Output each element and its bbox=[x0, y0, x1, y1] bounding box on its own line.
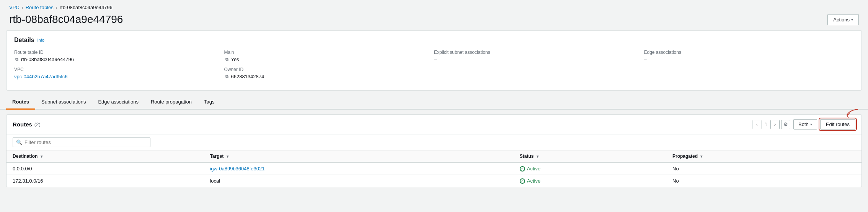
sort-target-icon[interactable]: ▾ bbox=[227, 154, 228, 159]
details-card: Details Info Route table ID ⧉ rtb-08baf8… bbox=[6, 30, 862, 91]
breadcrumb: VPC › Route tables › rtb-08baf8c04a9e447… bbox=[0, 0, 868, 12]
tab-route-propagation[interactable]: Route propagation bbox=[145, 95, 198, 110]
routes-section: Routes (2) ‹ 1 › ⚙ Both bbox=[6, 114, 862, 187]
explicit-subnet-label: Explicit subnet associations bbox=[434, 50, 638, 55]
copy-icon-route-id[interactable]: ⧉ bbox=[14, 57, 20, 62]
routes-title: Routes bbox=[13, 121, 32, 128]
row2-status: Active bbox=[514, 175, 666, 187]
col-status-label: Status bbox=[520, 154, 534, 159]
row2-target-text: local bbox=[210, 178, 220, 184]
tab-tags[interactable]: Tags bbox=[198, 95, 220, 110]
row1-destination-text: 0.0.0.0/0 bbox=[13, 166, 32, 172]
edge-assoc-dash: – bbox=[644, 57, 647, 62]
both-label: Both bbox=[798, 121, 809, 127]
row1-status: Active bbox=[514, 162, 666, 175]
col-destination: Destination ▾ bbox=[7, 151, 204, 162]
page-next-button[interactable]: › bbox=[770, 120, 780, 129]
edit-routes-wrapper: Edit routes bbox=[820, 119, 855, 129]
route-table-id-value: ⧉ rtb-08baf8c04a9e44796 bbox=[14, 57, 218, 62]
row2-destination-text: 172.31.0.0/16 bbox=[13, 178, 43, 184]
explicit-subnet-value: – bbox=[434, 57, 638, 62]
filter-input-wrapper[interactable]: 🔍 bbox=[13, 138, 150, 147]
edge-assoc-label: Edge associations bbox=[644, 50, 848, 55]
row2-status-dot bbox=[520, 178, 525, 184]
edit-routes-button[interactable]: Edit routes bbox=[820, 119, 855, 129]
page-number: 1 bbox=[763, 121, 769, 127]
page-prev-button[interactable]: ‹ bbox=[752, 120, 762, 129]
pagination-bar-inline: ‹ 1 › ⚙ bbox=[752, 120, 790, 129]
main-label: Main bbox=[224, 50, 428, 55]
details-info-link[interactable]: Info bbox=[37, 38, 44, 42]
breadcrumb-route-tables-link[interactable]: Route tables bbox=[26, 5, 54, 10]
route-table-id-text: rtb-08baf8c04a9e44796 bbox=[21, 57, 74, 62]
details-grid: Route table ID ⧉ rtb-08baf8c04a9e44796 M… bbox=[14, 50, 854, 84]
col-target-label: Target bbox=[210, 154, 224, 159]
tabs-container: Routes Subnet associations Edge associat… bbox=[0, 95, 868, 110]
both-dropdown-button[interactable]: Both ▾ bbox=[793, 119, 817, 129]
details-title: Details bbox=[14, 37, 34, 44]
detail-owner-id: Owner ID ⧉ 662881342874 bbox=[224, 67, 434, 84]
breadcrumb-vpc-link[interactable]: VPC bbox=[9, 5, 20, 10]
detail-main: Main ⧉ Yes bbox=[224, 50, 434, 67]
sort-propagated-icon[interactable]: ▾ bbox=[700, 154, 702, 159]
owner-id-text: 662881342874 bbox=[231, 74, 264, 79]
col-destination-label: Destination bbox=[13, 154, 38, 159]
sort-destination-icon[interactable]: ▾ bbox=[41, 154, 42, 159]
row2-propagated: No bbox=[666, 175, 861, 187]
actions-button-label: Actions bbox=[833, 17, 850, 23]
row1-propagated-text: No bbox=[672, 166, 679, 172]
row1-status-badge: Active bbox=[520, 166, 660, 172]
settings-icon: ⚙ bbox=[783, 121, 788, 127]
search-icon: 🔍 bbox=[16, 139, 22, 145]
red-arrow-annotation bbox=[844, 108, 859, 120]
row2-propagated-text: No bbox=[672, 178, 679, 184]
row1-target: igw-0a899b36048fe3021 bbox=[204, 162, 513, 175]
row1-status-text: Active bbox=[527, 166, 540, 172]
routes-count: (2) bbox=[34, 121, 41, 127]
row1-target-link[interactable]: igw-0a899b36048fe3021 bbox=[210, 166, 264, 172]
main-value: ⧉ Yes bbox=[224, 57, 428, 62]
actions-chevron-icon: ▾ bbox=[851, 18, 853, 22]
table-row: 172.31.0.0/16 local Active No bbox=[7, 175, 861, 187]
sort-status-icon[interactable]: ▾ bbox=[537, 154, 538, 159]
row2-target: local bbox=[204, 175, 513, 187]
row2-status-text: Active bbox=[527, 178, 540, 184]
explicit-subnet-dash: – bbox=[434, 57, 437, 62]
filter-routes-input[interactable] bbox=[24, 139, 147, 145]
col-propagated-label: Propagated bbox=[672, 154, 698, 159]
detail-vpc: VPC vpc-044b2b7a47adf5fc6 bbox=[14, 67, 224, 84]
breadcrumb-sep-2: › bbox=[56, 5, 57, 10]
copy-icon-main[interactable]: ⧉ bbox=[224, 57, 230, 62]
tab-edge-associations[interactable]: Edge associations bbox=[92, 95, 145, 110]
col-propagated: Propagated ▾ bbox=[666, 151, 861, 162]
routes-table: Destination ▾ Target ▾ Status ▾ Propagat… bbox=[7, 151, 861, 187]
col-status: Status ▾ bbox=[514, 151, 666, 162]
chevron-left-icon: ‹ bbox=[756, 122, 758, 127]
routes-title-group: Routes (2) bbox=[13, 121, 41, 128]
detail-explicit-subnet: Explicit subnet associations – bbox=[434, 50, 644, 67]
routes-header: Routes (2) ‹ 1 › ⚙ Both bbox=[7, 115, 861, 134]
tab-routes[interactable]: Routes bbox=[6, 95, 35, 110]
routes-actions: ‹ 1 › ⚙ Both ▾ bbox=[752, 119, 855, 129]
col-target: Target ▾ bbox=[204, 151, 513, 162]
details-header: Details Info bbox=[14, 37, 854, 44]
table-settings-button[interactable]: ⚙ bbox=[781, 120, 790, 129]
page-header: rtb-08baf8c04a9e44796 Actions ▾ bbox=[0, 12, 868, 30]
vpc-label: VPC bbox=[14, 67, 218, 72]
row2-status-badge: Active bbox=[520, 178, 660, 184]
row1-destination: 0.0.0.0/0 bbox=[7, 162, 204, 175]
vpc-link[interactable]: vpc-044b2b7a47adf5fc6 bbox=[14, 74, 68, 79]
copy-icon-owner[interactable]: ⧉ bbox=[224, 74, 230, 79]
tab-subnet-associations[interactable]: Subnet associations bbox=[35, 95, 92, 110]
breadcrumb-sep-1: › bbox=[22, 5, 23, 10]
table-row: 0.0.0.0/0 igw-0a899b36048fe3021 Active N… bbox=[7, 162, 861, 175]
route-table-id-label: Route table ID bbox=[14, 50, 218, 55]
row1-propagated: No bbox=[666, 162, 861, 175]
page-title: rtb-08baf8c04a9e44796 bbox=[9, 13, 123, 26]
owner-id-value: ⧉ 662881342874 bbox=[224, 74, 428, 79]
detail-edge-assoc: Edge associations – bbox=[644, 50, 854, 67]
actions-button[interactable]: Actions ▾ bbox=[827, 14, 859, 25]
edge-assoc-value: – bbox=[644, 57, 848, 62]
vpc-value: vpc-044b2b7a47adf5fc6 bbox=[14, 74, 218, 79]
table-header-row: Destination ▾ Target ▾ Status ▾ Propagat… bbox=[7, 151, 861, 162]
